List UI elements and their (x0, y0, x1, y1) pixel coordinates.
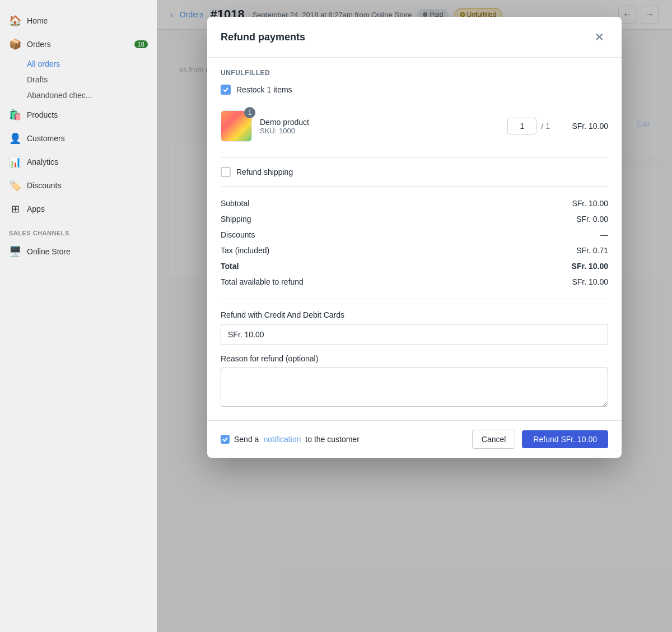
notification-text-post: to the customer (305, 435, 360, 444)
analytics-icon: 📊 (9, 156, 21, 168)
sidebar-item-orders[interactable]: 📦 Orders 18 (0, 32, 157, 56)
available-value: SFr. 10.00 (572, 277, 608, 286)
product-qty-badge: 1 (244, 107, 255, 118)
online-store-icon: 🖥️ (9, 245, 21, 258)
sidebar-item-products[interactable]: 🛍️ Products (0, 103, 157, 127)
modal-footer: Send a notification to the customer Canc… (207, 420, 622, 458)
notification-text-pre: Send a (234, 435, 259, 444)
qty-slash: / 1 (541, 122, 550, 131)
sidebar-item-abandoned[interactable]: Abandoned chec... (0, 87, 157, 103)
sidebar-item-analytics[interactable]: 📊 Analytics (0, 150, 157, 174)
divider-3 (221, 299, 608, 299)
sidebar-item-drafts[interactable]: Drafts (0, 72, 157, 87)
refund-button[interactable]: Refund SFr. 10.00 (522, 430, 608, 448)
divider-1 (221, 157, 608, 158)
qty-input[interactable] (507, 118, 536, 134)
sidebar-item-all-orders[interactable]: All orders (0, 56, 157, 72)
refund-amount-section: Refund with Credit And Debit Cards (221, 310, 608, 345)
summary-row-tax: Tax (included) SFr. 0.71 (221, 243, 608, 258)
main-content: ‹ Orders #1018 September 24, 2018 at 8:2… (157, 0, 672, 632)
sales-channels-label: SALES CHANNELS (0, 221, 157, 240)
modal-header: Refund payments ✕ (207, 17, 622, 58)
reason-section: Reason for refund (optional) (221, 354, 608, 409)
sidebar-item-apps[interactable]: ⊞ Apps (0, 197, 157, 221)
shipping-value: SFr. 0.00 (576, 215, 608, 224)
refund-modal: Refund payments ✕ UNFULFILLED Restock 1 … (207, 17, 622, 458)
refund-shipping-checkbox-row: Refund shipping (221, 167, 608, 177)
customers-icon: 👤 (9, 132, 21, 145)
orders-badge: 18 (134, 40, 148, 48)
sidebar: 🏠 Home 📦 Orders 18 All orders Drafts Aba… (0, 0, 157, 632)
discounts-icon: 🏷️ (9, 179, 21, 192)
refund-shipping-label: Refund shipping (236, 168, 293, 176)
modal-title: Refund payments (221, 31, 305, 43)
summary-row-discounts: Discounts — (221, 227, 608, 243)
summary-row-subtotal: Subtotal SFr. 10.00 (221, 196, 608, 211)
restock-checkbox[interactable] (221, 85, 231, 95)
notification-row: Send a notification to the customer (221, 435, 360, 444)
notification-checkbox[interactable] (221, 435, 230, 444)
discounts-label: Discounts (221, 230, 255, 239)
unfulfilled-section-label: UNFULFILLED (221, 69, 608, 77)
reason-label: Reason for refund (optional) (221, 354, 608, 363)
product-quantity: / 1 (507, 118, 550, 134)
total-label: Total (221, 262, 239, 271)
sidebar-item-online-store[interactable]: 🖥️ Online Store (0, 240, 157, 263)
modal-overlay: Refund payments ✕ UNFULFILLED Restock 1 … (157, 0, 672, 632)
notification-checkmark-icon (222, 436, 228, 443)
refund-method-label: Refund with Credit And Debit Cards (221, 310, 608, 319)
summary-row-shipping: Shipping SFr. 0.00 (221, 211, 608, 227)
discounts-value: — (600, 230, 608, 239)
modal-body: UNFULFILLED Restock 1 items 1 Demo produ… (207, 58, 622, 420)
product-name: Demo product (260, 118, 500, 127)
orders-icon: 📦 (9, 38, 21, 50)
subtotal-value: SFr. 10.00 (572, 199, 608, 208)
available-label: Total available to refund (221, 277, 304, 286)
sidebar-item-customers[interactable]: 👤 Customers (0, 127, 157, 150)
notification-link[interactable]: notification (263, 435, 301, 444)
products-icon: 🛍️ (9, 109, 21, 121)
home-icon: 🏠 (9, 15, 21, 27)
subtotal-label: Subtotal (221, 199, 249, 208)
restock-checkbox-row: Restock 1 items (221, 85, 608, 95)
refund-amount-input[interactable] (221, 324, 608, 345)
checkmark-icon (222, 86, 229, 93)
total-value: SFr. 10.00 (572, 262, 608, 271)
product-info: Demo product SKU: 1000 (260, 118, 500, 135)
product-row: 1 Demo product SKU: 1000 / 1 SFr. 10.00 (221, 104, 608, 148)
modal-close-button[interactable]: ✕ (590, 28, 608, 46)
sidebar-item-discounts[interactable]: 🏷️ Discounts (0, 174, 157, 197)
summary-row-available: Total available to refund SFr. 10.00 (221, 274, 608, 290)
product-image-wrap: 1 (221, 110, 252, 142)
shipping-label: Shipping (221, 215, 251, 224)
refund-shipping-checkbox[interactable] (221, 167, 231, 177)
restock-label: Restock 1 items (236, 85, 292, 94)
product-sku: SKU: 1000 (260, 127, 500, 135)
sidebar-item-home[interactable]: 🏠 Home (0, 9, 157, 32)
summary-row-total: Total SFr. 10.00 (221, 258, 608, 274)
apps-icon: ⊞ (9, 203, 21, 215)
tax-label: Tax (included) (221, 246, 269, 255)
cancel-button[interactable]: Cancel (472, 430, 516, 449)
product-price: SFr. 10.00 (558, 122, 608, 131)
reason-textarea[interactable] (221, 368, 608, 407)
tax-value: SFr. 0.71 (576, 246, 608, 255)
divider-2 (221, 186, 608, 187)
